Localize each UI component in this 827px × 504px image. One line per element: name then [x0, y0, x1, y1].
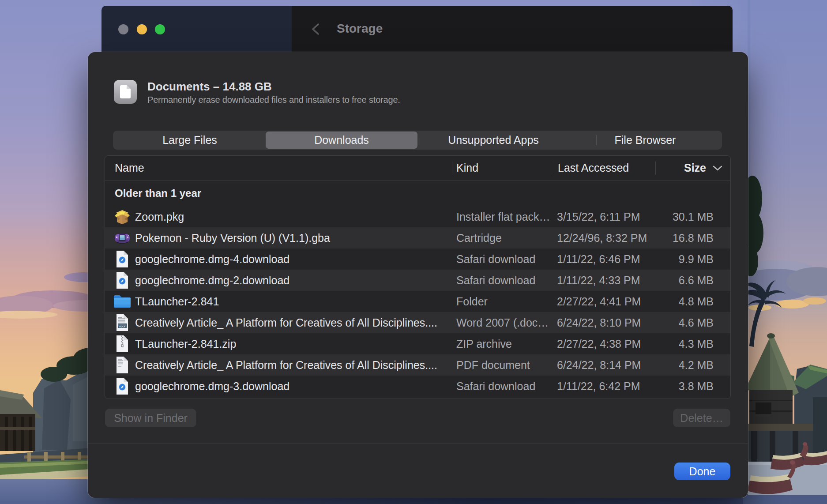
svg-text:DOCX: DOCX	[119, 326, 125, 328]
